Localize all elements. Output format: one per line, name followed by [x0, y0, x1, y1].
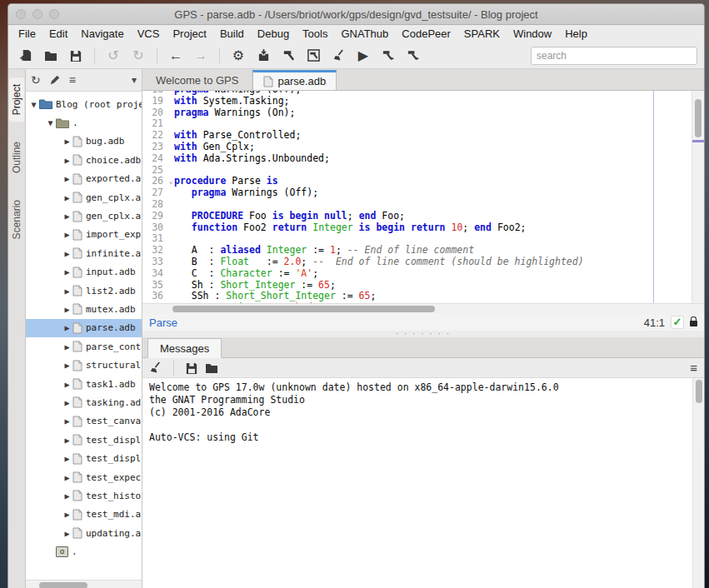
tree-item-updating.a[interactable]: ▶updating.a: [26, 524, 142, 542]
menu-item-codepeer[interactable]: CodePeer: [395, 26, 457, 42]
menu-item-help[interactable]: Help: [558, 26, 594, 42]
tree-item-test-displ[interactable]: ▶test_displ: [26, 431, 142, 449]
tree-item-test-canva[interactable]: ▶test_canva: [26, 412, 142, 431]
expander-icon[interactable]: ▶: [62, 454, 72, 463]
code-line-36[interactable]: 36 SSh : Short_Short_Integer := 65;: [142, 291, 692, 302]
panel-menu-caret-icon[interactable]: ▾: [132, 74, 137, 86]
tree-item-mutex.adb[interactable]: ▶mutex.adb: [26, 300, 142, 318]
tree-item-tasking.ad[interactable]: ▶tasking.ad: [26, 393, 142, 411]
tree-item-test-histo[interactable]: ▶test_histo: [26, 486, 142, 505]
menu-item-edit[interactable]: Edit: [42, 26, 74, 42]
line-number[interactable]: 19: [142, 96, 167, 107]
build-all-button[interactable]: [277, 46, 299, 66]
tree-item-infinite.a[interactable]: ▶infinite.a: [26, 244, 142, 262]
tab-messages[interactable]: Messages: [147, 338, 222, 358]
line-number[interactable]: 30: [142, 222, 167, 234]
expander-icon[interactable]: ▶: [62, 342, 72, 351]
tree-item-list2.adb[interactable]: ▶list2.adb: [26, 282, 142, 300]
code-line-34[interactable]: 34 C : Character := 'A';: [142, 268, 692, 280]
undo-button[interactable]: ↺: [102, 46, 124, 66]
edit-project-icon[interactable]: [49, 74, 61, 86]
run-main-button[interactable]: ▶: [352, 46, 374, 66]
code-line-30[interactable]: 30 function Foo2 return Integer is begin…: [142, 222, 692, 234]
expander-icon[interactable]: ▼: [29, 100, 38, 109]
refresh-icon[interactable]: ↻: [31, 73, 41, 87]
code-line-25[interactable]: 25: [142, 165, 692, 177]
side-tab-outline[interactable]: Outline: [9, 135, 24, 180]
expander-icon[interactable]: ▶: [62, 491, 72, 501]
title-bar[interactable]: GPS - parse.adb - /Users/briot/work/gps/…: [8, 4, 704, 25]
code-line-24[interactable]: 24with Ada.Strings.Unbounded;: [142, 153, 692, 165]
line-number[interactable]: 34: [142, 268, 167, 280]
tree-item-blog-root-proje[interactable]: ▼Blog (root proje: [26, 95, 142, 113]
tree-item-task1.adb[interactable]: ▶task1.adb: [26, 375, 142, 393]
menu-item-navigate[interactable]: Navigate: [74, 26, 130, 42]
save-console-icon[interactable]: [186, 362, 197, 374]
code-line-32[interactable]: 32 A : aliased Integer := 1; -- End of l…: [142, 245, 692, 257]
line-number[interactable]: 35: [142, 280, 167, 292]
editor-tab-welcome-to-gps[interactable]: Welcome to GPS: [142, 70, 252, 90]
expander-icon[interactable]: ▶: [62, 529, 72, 538]
tree-item-input.adb[interactable]: ▶input.adb: [26, 263, 142, 282]
code-editor[interactable]: 18pragma Warnings (Off);19with System.Ta…: [142, 91, 704, 303]
back-button[interactable]: ←: [165, 46, 187, 66]
expander-icon[interactable]: ▶: [62, 380, 72, 389]
menu-item-build[interactable]: Build: [213, 26, 251, 42]
code-line-21[interactable]: 21: [142, 118, 692, 130]
expander-icon[interactable]: ▶: [62, 361, 72, 370]
tree-item-bug.adb[interactable]: ▶bug.adb: [26, 132, 142, 151]
tree-item-gen-cplx.a[interactable]: ▶gen_cplx.a: [26, 207, 142, 225]
write-lock-icon[interactable]: [690, 321, 697, 326]
tree-item-.[interactable]: ▼.: [26, 113, 142, 132]
expander-icon[interactable]: ▶: [62, 416, 72, 426]
menu-item-spark[interactable]: SPARK: [457, 26, 507, 42]
build-and-run-button[interactable]: [377, 46, 399, 66]
editor-hscroll-thumb[interactable]: [172, 306, 435, 312]
line-number[interactable]: 32: [142, 245, 167, 257]
tree-item-import-exp[interactable]: ▶import_exp: [26, 226, 142, 244]
new-file-button[interactable]: [15, 46, 37, 66]
forward-button[interactable]: →: [190, 46, 212, 66]
clear-console-icon[interactable]: [149, 361, 162, 374]
project-tree-hscrollbar[interactable]: [26, 580, 142, 588]
line-number[interactable]: 20: [142, 107, 167, 119]
code-line-19[interactable]: 19with System.Tasking;: [142, 96, 692, 107]
expander-icon[interactable]: ▶: [62, 193, 72, 202]
expander-icon[interactable]: ▶: [62, 510, 72, 519]
project-tree-hscroll-thumb[interactable]: [39, 582, 87, 588]
line-number[interactable]: 21: [142, 118, 167, 130]
save-button[interactable]: [65, 46, 87, 66]
line-number[interactable]: 36: [142, 291, 167, 302]
clean-all-button[interactable]: [327, 46, 349, 66]
console-vscrollbar[interactable]: [692, 378, 704, 588]
tree-options-icon[interactable]: ≡: [69, 73, 76, 87]
line-number[interactable]: 23: [142, 142, 167, 153]
tree-item-test-expec[interactable]: ▶test_expec: [26, 468, 142, 486]
messages-console[interactable]: Welcome to GPS 17.0w (unknown date) host…: [142, 378, 704, 588]
code-line-27[interactable]: 27 pragma Warnings (Off);: [142, 187, 692, 199]
menu-item-tools[interactable]: Tools: [296, 26, 334, 42]
expander-icon[interactable]: ▶: [62, 249, 72, 258]
fold-icon[interactable]: ⌄: [169, 176, 173, 187]
tree-item-exported.a[interactable]: ▶exported.a: [26, 170, 142, 188]
build-and-debug-button[interactable]: [402, 46, 424, 66]
expander-icon[interactable]: ▶: [62, 230, 72, 239]
line-number[interactable]: 28: [142, 199, 167, 211]
menu-item-window[interactable]: Window: [507, 26, 558, 42]
code-line-28[interactable]: 28: [142, 199, 692, 211]
tree-item-.[interactable]: o.: [26, 542, 142, 561]
install-project-button[interactable]: [252, 46, 274, 66]
code-line-26[interactable]: 26⌄procedure Parse is: [142, 176, 692, 187]
messages-menu-icon[interactable]: ≡: [690, 361, 697, 375]
editor-vscroll-thumb[interactable]: [695, 99, 702, 137]
build-main-button[interactable]: ⚙: [227, 46, 249, 66]
line-number[interactable]: 33: [142, 257, 167, 268]
expander-icon[interactable]: ▶: [62, 174, 72, 183]
line-number[interactable]: 29: [142, 211, 167, 222]
menu-item-vcs[interactable]: VCS: [131, 26, 167, 42]
line-number[interactable]: 24: [142, 153, 167, 165]
expander-icon[interactable]: ▶: [62, 267, 72, 277]
tree-item-structural[interactable]: ▶structural: [26, 356, 142, 374]
code-line-20[interactable]: 20pragma Warnings (On);: [142, 107, 692, 119]
line-number[interactable]: 22: [142, 130, 167, 142]
